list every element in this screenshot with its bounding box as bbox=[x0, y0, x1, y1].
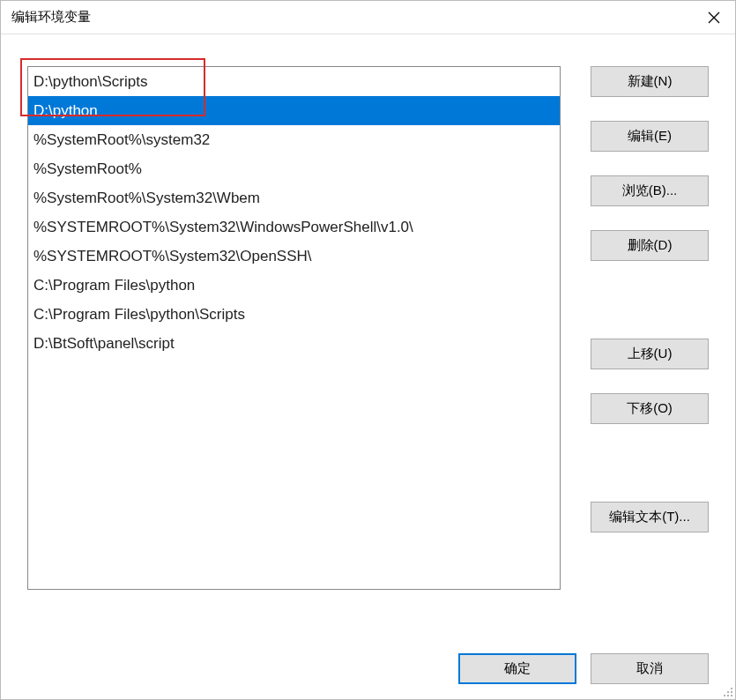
list-item[interactable]: C:\Program Files\python bbox=[28, 271, 560, 300]
list-item[interactable]: %SystemRoot% bbox=[28, 154, 560, 183]
svg-point-5 bbox=[724, 695, 725, 696]
sidebar-buttons: 新建(N) 编辑(E) 浏览(B)... 删除(D) 上移(U) 下移(O) 编… bbox=[591, 66, 709, 622]
list-item[interactable]: %SYSTEMROOT%\System32\OpenSSH\ bbox=[28, 242, 560, 271]
ok-button[interactable]: 确定 bbox=[458, 653, 576, 684]
svg-point-2 bbox=[731, 688, 732, 689]
dialog-window: 编辑环境变量 D:\python\ScriptsD:\python%System… bbox=[0, 0, 736, 700]
move-up-button[interactable]: 上移(U) bbox=[591, 339, 709, 369]
list-item[interactable]: D:\BtSoft\panel\script bbox=[28, 329, 560, 358]
content-area: D:\python\ScriptsD:\python%SystemRoot%\s… bbox=[1, 34, 735, 637]
svg-point-6 bbox=[727, 695, 729, 696]
list-item[interactable]: %SystemRoot%\System32\Wbem bbox=[28, 183, 560, 212]
list-item[interactable]: D:\python bbox=[28, 96, 560, 125]
svg-point-3 bbox=[727, 691, 729, 693]
list-item[interactable]: %SYSTEMROOT%\System32\WindowsPowerShell\… bbox=[28, 212, 560, 242]
list-item[interactable]: %SystemRoot%\system32 bbox=[28, 125, 560, 154]
cancel-button[interactable]: 取消 bbox=[591, 653, 709, 684]
list-item[interactable]: D:\python\Scripts bbox=[28, 67, 560, 96]
delete-button[interactable]: 删除(D) bbox=[591, 230, 709, 261]
path-listbox[interactable]: D:\python\ScriptsD:\python%SystemRoot%\s… bbox=[27, 66, 561, 590]
browse-button[interactable]: 浏览(B)... bbox=[591, 175, 709, 206]
resize-grip[interactable] bbox=[721, 685, 733, 697]
titlebar: 编辑环境变量 bbox=[1, 1, 735, 34]
svg-point-4 bbox=[731, 691, 732, 693]
close-button[interactable] bbox=[693, 1, 735, 34]
list-item[interactable]: C:\Program Files\python\Scripts bbox=[28, 300, 560, 329]
resize-grip-icon bbox=[721, 685, 733, 697]
move-down-button[interactable]: 下移(O) bbox=[591, 393, 709, 424]
edit-button[interactable]: 编辑(E) bbox=[591, 121, 709, 152]
window-title: 编辑环境变量 bbox=[11, 9, 91, 26]
new-button[interactable]: 新建(N) bbox=[591, 66, 709, 97]
edit-text-button[interactable]: 编辑文本(T)... bbox=[591, 502, 709, 532]
svg-point-7 bbox=[731, 695, 732, 696]
footer: 确定 取消 bbox=[1, 637, 735, 699]
close-icon bbox=[708, 11, 720, 24]
listbox-wrap: D:\python\ScriptsD:\python%SystemRoot%\s… bbox=[27, 66, 568, 622]
